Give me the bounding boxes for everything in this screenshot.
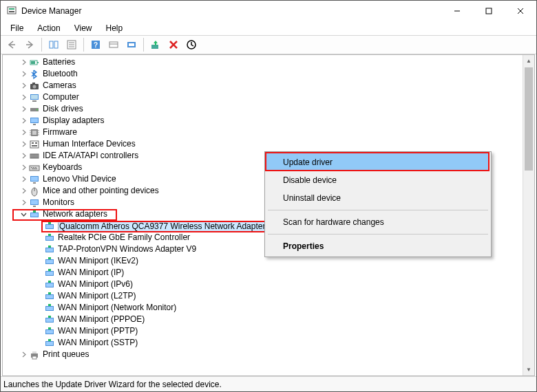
chevron-right-icon[interactable] xyxy=(19,187,28,195)
svg-rect-75 xyxy=(48,222,51,224)
tree-category-label: Print queues xyxy=(43,349,89,360)
titlebar: Device Manager xyxy=(1,1,536,21)
svg-rect-96 xyxy=(48,304,51,306)
chevron-right-icon[interactable] xyxy=(19,58,28,67)
scroll-up-icon[interactable]: ▲ xyxy=(523,55,534,67)
tree-device-label: WAN Miniport (Network Monitor) xyxy=(58,302,176,314)
back-button[interactable] xyxy=(3,37,20,52)
net-icon xyxy=(44,338,55,349)
svg-rect-84 xyxy=(48,257,51,259)
menu-view[interactable]: View xyxy=(69,22,98,34)
tree-category[interactable]: Computer xyxy=(3,91,523,103)
tree-category[interactable]: Disk drives xyxy=(3,103,523,115)
tree-category-label: Mice and other pointing devices xyxy=(43,185,159,197)
context-properties[interactable]: Properties xyxy=(266,237,489,255)
statusbar: Launches the Update Driver Wizard for th… xyxy=(1,376,536,391)
svg-rect-61 xyxy=(32,168,37,169)
help-button[interactable]: ? xyxy=(87,37,104,52)
tree-device[interactable]: WAN Miniport (IPv6) xyxy=(3,279,523,290)
svg-text:?: ? xyxy=(94,41,98,49)
tree-category[interactable]: Bluetooth xyxy=(3,68,523,80)
tree-category-label: Disk drives xyxy=(43,103,83,115)
net-icon xyxy=(44,256,55,267)
computer-icon xyxy=(29,92,40,103)
chevron-right-icon[interactable] xyxy=(19,117,28,125)
vertical-scrollbar[interactable]: ▲ ▼ xyxy=(523,55,534,375)
context-disable-device[interactable]: Disable device xyxy=(266,171,489,189)
tree-device-label: WAN Miniport (IP) xyxy=(58,267,124,279)
scroll-down-icon[interactable]: ▼ xyxy=(523,364,534,375)
minimize-button[interactable] xyxy=(441,1,473,21)
menubar: File Action View Help xyxy=(1,21,536,35)
svg-rect-99 xyxy=(48,316,51,318)
chevron-right-icon[interactable] xyxy=(19,140,28,149)
ide-icon xyxy=(29,151,40,162)
tree-device[interactable]: WAN Miniport (Network Monitor) xyxy=(3,302,523,314)
context-update-driver[interactable]: Update driver xyxy=(266,153,489,171)
display-icon xyxy=(29,116,40,127)
svg-rect-81 xyxy=(48,246,51,248)
tree-category-label: Monitors xyxy=(43,197,74,208)
tree-device[interactable]: WAN Miniport (PPTP) xyxy=(3,325,523,337)
tree-category[interactable]: Cameras xyxy=(3,80,523,91)
properties-button[interactable] xyxy=(63,37,80,52)
camera-icon xyxy=(29,80,40,91)
tree-category[interactable]: Human Interface Devices xyxy=(3,138,523,150)
menu-action[interactable]: Action xyxy=(32,22,65,34)
chevron-right-icon[interactable] xyxy=(19,152,28,160)
tree-device-label: WAN Miniport (PPPOE) xyxy=(58,314,145,325)
disable-button[interactable] xyxy=(183,37,200,52)
chevron-right-icon[interactable] xyxy=(19,105,28,113)
update-driver-button[interactable] xyxy=(147,37,164,52)
tree-category-label: Bluetooth xyxy=(43,68,78,80)
chevron-down-icon[interactable] xyxy=(19,210,28,219)
tree-category[interactable]: Firmware xyxy=(3,127,523,138)
scan-hardware-button[interactable] xyxy=(123,37,140,52)
menu-help[interactable]: Help xyxy=(101,22,129,34)
svg-rect-105 xyxy=(48,339,51,341)
tree-device-label: WAN Miniport (IPv6) xyxy=(58,279,133,290)
display-icon xyxy=(29,197,40,208)
close-button[interactable] xyxy=(505,1,536,21)
forward-button[interactable] xyxy=(21,37,38,52)
tree-device[interactable]: WAN Miniport (SSTP) xyxy=(3,337,523,349)
svg-rect-74 xyxy=(46,225,53,228)
chevron-right-icon[interactable] xyxy=(19,199,28,207)
chevron-right-icon[interactable] xyxy=(19,351,28,359)
tree-device[interactable]: WAN Miniport (IP) xyxy=(3,267,523,279)
svg-rect-49 xyxy=(35,142,37,144)
maximize-button[interactable] xyxy=(473,1,505,21)
display-icon xyxy=(29,174,40,185)
tree-device-label: WAN Miniport (L2TP) xyxy=(58,290,136,302)
tree-device-label: Qualcomm Atheros QCA9377 Wireless Networ… xyxy=(58,221,266,232)
chevron-right-icon[interactable] xyxy=(19,164,28,172)
tree-category[interactable]: Batteries xyxy=(3,56,523,68)
net-icon xyxy=(29,209,40,220)
chevron-right-icon[interactable] xyxy=(19,129,28,137)
svg-rect-17 xyxy=(109,42,118,47)
tree-category[interactable]: Print queues xyxy=(3,349,523,360)
tree-category-label: Batteries xyxy=(43,56,75,68)
tree-category-label: Firmware xyxy=(43,127,77,138)
uninstall-button[interactable] xyxy=(165,37,182,52)
chevron-right-icon[interactable] xyxy=(19,70,28,78)
svg-rect-102 xyxy=(48,327,51,329)
device-tree-pane: BatteriesBluetoothCamerasComputerDisk dr… xyxy=(2,54,535,376)
context-scan-hardware[interactable]: Scan for hardware changes xyxy=(266,213,489,231)
chevron-right-icon[interactable] xyxy=(19,175,28,184)
chevron-right-icon[interactable] xyxy=(19,82,28,90)
action-button[interactable] xyxy=(105,37,122,52)
chevron-right-icon[interactable] xyxy=(19,94,28,102)
tree-device[interactable]: WAN Miniport (PPPOE) xyxy=(3,314,523,325)
tree-category[interactable]: Display adapters xyxy=(3,115,523,127)
svg-rect-10 xyxy=(54,41,58,48)
svg-rect-59 xyxy=(33,167,34,168)
net-icon xyxy=(44,232,55,243)
scroll-thumb[interactable] xyxy=(525,67,533,171)
show-hide-console-button[interactable] xyxy=(45,37,62,52)
menu-file[interactable]: File xyxy=(5,22,29,34)
tree-device[interactable]: WAN Miniport (L2TP) xyxy=(3,290,523,302)
app-icon xyxy=(6,6,17,17)
tree-category-label: Network adapters xyxy=(43,208,107,220)
context-uninstall-device[interactable]: Uninstall device xyxy=(266,189,489,207)
